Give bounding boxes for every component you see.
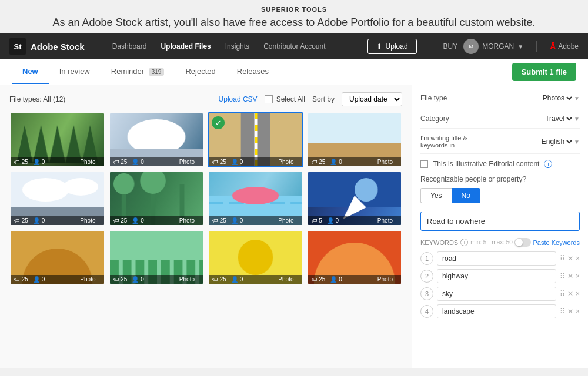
tile-footer: 🏷 25👤 0Photo	[308, 157, 402, 166]
info-icon[interactable]: i	[544, 160, 552, 168]
sort-select[interactable]: Upload date	[342, 92, 402, 106]
drag-icon[interactable]: ⠿	[560, 290, 565, 298]
drag-icon[interactable]: ⠿	[560, 254, 565, 263]
image-tile[interactable]: 🏷 25👤 0Photo	[9, 171, 105, 226]
tile-type: Photo	[179, 217, 195, 224]
delete-icon[interactable]: ×	[576, 307, 580, 315]
delete-icon[interactable]: ×	[576, 272, 580, 280]
keyword-row: 3 ⠿ ✕ ×	[420, 287, 580, 301]
keyword-input[interactable]	[437, 269, 556, 283]
tile-type: Photo	[278, 159, 293, 165]
avatar: M	[463, 39, 479, 54]
title-input[interactable]	[420, 212, 580, 231]
info-icon-kw[interactable]: i	[460, 239, 468, 246]
keyword-input[interactable]	[437, 304, 556, 318]
tile-people: 👤 0	[330, 159, 342, 165]
image-tile[interactable]: 🏷 25👤 0Photo	[109, 230, 205, 285]
nav-links: Dashboard Uploaded Files Insights Contri…	[106, 39, 368, 54]
keyword-input[interactable]	[437, 251, 556, 266]
user-info[interactable]: M MORGAN ▼	[463, 39, 523, 54]
nav-dashboard[interactable]: Dashboard	[106, 39, 153, 54]
image-tile[interactable]: ✓🏷 25👤 0Photo	[208, 112, 303, 167]
tile-tags: 🏷 25	[14, 276, 28, 283]
category-select[interactable]: Travel	[491, 114, 574, 123]
nav-right: ⬆ Upload BUY M MORGAN ▼ Ā Adobe	[368, 39, 579, 54]
adobe-logo: Ā Adobe	[550, 42, 579, 51]
image-tile[interactable]: 🏷 25👤 0Photo	[307, 230, 403, 285]
tile-selected-check: ✓	[212, 116, 225, 129]
tile-tags: 🏷 5	[312, 217, 322, 224]
tile-footer: 🏷 25👤 0Photo	[11, 275, 104, 284]
tile-footer: 🏷 25👤 0Photo	[308, 275, 402, 284]
nav-insights[interactable]: Insights	[219, 39, 255, 54]
tab-releases[interactable]: Releases	[226, 60, 279, 84]
toggle-track[interactable]	[514, 238, 531, 247]
no-button[interactable]: No	[452, 188, 480, 203]
recognizable-label: Recognizable people or property?	[420, 175, 580, 183]
image-tile[interactable]: 🏷 25👤 0Photo	[109, 171, 205, 226]
nav-contributor-account[interactable]: Contributor Account	[258, 39, 331, 54]
keyword-actions: ⠿ ✕ ×	[560, 254, 580, 263]
file-type-filter[interactable]: File types: All (12)	[9, 95, 65, 103]
tile-people: 👤 0	[33, 276, 45, 283]
buy-link[interactable]: BUY	[443, 42, 458, 51]
select-all-checkbox[interactable]	[265, 95, 273, 103]
chevron-down-icon: ▼	[574, 95, 580, 102]
image-tile[interactable]: 🏷 25👤 0Photo	[9, 230, 105, 285]
image-tile[interactable]: 🏷 25👤 0Photo	[208, 230, 303, 285]
category-row: Category Travel ▼	[420, 114, 580, 129]
main-panel: File types: All (12) Upload CSV Select A…	[0, 85, 412, 368]
tile-type: Photo	[80, 217, 95, 224]
upload-csv-button[interactable]: Upload CSV	[219, 95, 258, 103]
tile-tags: 🏷 25	[212, 159, 226, 165]
tile-people: 👤 0	[231, 217, 243, 224]
select-all[interactable]: Select All	[265, 95, 305, 103]
paste-keywords-button[interactable]: Paste Keywords	[514, 238, 580, 247]
image-tile[interactable]: 🏷 25👤 0Photo	[9, 112, 105, 167]
tile-type: Photo	[377, 217, 393, 224]
file-type-select[interactable]: Photos	[491, 93, 574, 103]
image-tile[interactable]: 🏷 25👤 0Photo	[208, 171, 303, 226]
tab-in-review[interactable]: In review	[49, 60, 101, 84]
tile-people: 👤 0	[231, 276, 243, 283]
image-grid: 🏷 25👤 0Photo🏷 25👤 0Photo✓🏷 25👤 0Photo🏷 2…	[9, 112, 402, 285]
keywords-header: KEYWORDS i min: 5 - max: 50 Paste Keywor…	[420, 238, 580, 247]
tile-tags: 🏷 25	[14, 159, 28, 165]
tile-type: Photo	[80, 159, 95, 165]
tab-rejected[interactable]: Rejected	[175, 60, 226, 84]
tile-tags: 🏷 25	[312, 276, 326, 283]
tile-people: 👤 0	[327, 217, 339, 224]
illustrative-label: This is Illustrative Editorial content	[433, 160, 539, 168]
keyword-input[interactable]	[437, 287, 556, 301]
tile-footer: 🏷 25👤 0Photo	[209, 157, 302, 166]
tab-new[interactable]: New	[12, 60, 49, 84]
keywords-label: KEYWORDS i min: 5 - max: 50	[420, 239, 513, 246]
image-tile[interactable]: 🏷 25👤 0Photo	[109, 112, 205, 167]
tab-reminder[interactable]: Reminder 319	[101, 60, 175, 84]
expand-icon[interactable]: ✕	[567, 307, 573, 315]
drag-icon[interactable]: ⠿	[560, 272, 565, 280]
tile-people: 👤 0	[231, 159, 243, 165]
nav-uploaded-files[interactable]: Uploaded Files	[155, 39, 216, 54]
language-select[interactable]: English	[491, 137, 574, 146]
drag-icon[interactable]: ⠿	[560, 307, 565, 315]
upload-button[interactable]: ⬆ Upload	[368, 39, 417, 54]
adobe-icon: Ā	[550, 42, 556, 51]
image-tile[interactable]: 🏷 25👤 0Photo	[307, 112, 403, 167]
expand-icon[interactable]: ✕	[567, 272, 573, 280]
reminder-badge: 319	[149, 68, 165, 76]
image-tile[interactable]: 🏷 5👤 0Photo	[307, 171, 403, 226]
language-label: I'm writing title & keywords in	[420, 135, 491, 149]
brand-icon: St	[9, 38, 26, 55]
delete-icon[interactable]: ×	[576, 254, 580, 263]
delete-icon[interactable]: ×	[576, 290, 580, 298]
toggle-thumb	[515, 239, 523, 246]
expand-icon[interactable]: ✕	[567, 254, 573, 263]
recognizable-section: Recognizable people or property? Yes No	[420, 175, 580, 203]
toggle-switch[interactable]	[514, 238, 531, 247]
submit-button[interactable]: Submit 1 file	[512, 63, 576, 81]
expand-icon[interactable]: ✕	[567, 290, 573, 298]
tile-type: Photo	[179, 159, 195, 165]
yes-button[interactable]: Yes	[420, 188, 452, 203]
illustrative-checkbox[interactable]	[420, 160, 428, 168]
